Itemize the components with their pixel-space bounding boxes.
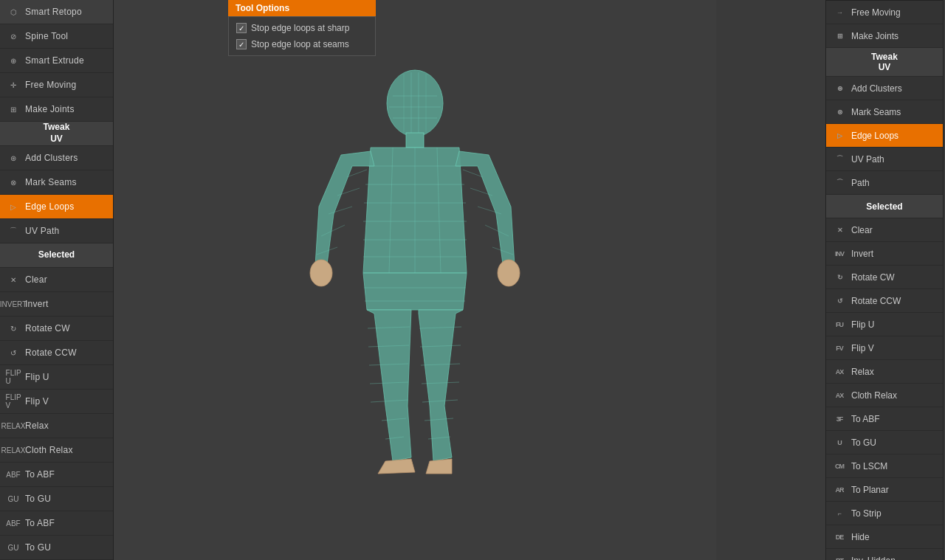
context-menu-item-to-gu[interactable]: U To GU (826, 431, 943, 454)
context-menu-item-make-joints[interactable]: ⊞ Make Joints (826, 24, 943, 48)
context-menu-item-flip-u[interactable]: FU Flip U (826, 313, 943, 336)
sidebar-item-clear[interactable]: ✕ Clear (0, 268, 113, 292)
context-label-rotate-ccw: Rotate CCW (851, 296, 901, 306)
sidebar-label-rotate-cw: Rotate CW (25, 323, 70, 333)
tool-options-bar[interactable]: Tool Options (228, 0, 376, 16)
context-menu-item-mark-seams[interactable]: ⊗ Mark Seams (826, 100, 943, 124)
context-menu-item-to-planar[interactable]: AR To Planar (826, 478, 943, 502)
sidebar-label-spine-tool: Spine Tool (25, 31, 68, 41)
sidebar-label-cloth-relax: Cloth Relax (25, 445, 73, 455)
sidebar-item-free-moving[interactable]: ✛ Free Moving (0, 73, 113, 97)
sidebar-item-edge-loops[interactable]: ▷ Edge Loops (0, 195, 113, 219)
context-menu-item-tweak-uv[interactable]: Tweak UV (826, 48, 943, 77)
sidebar-item-invert[interactable]: INVERT Invert (0, 292, 113, 317)
context-menu-item-selected[interactable]: Selected (826, 195, 943, 218)
sidebar-icon-uv-path: ⌒ (6, 224, 21, 238)
sidebar-icon-cloth-relax: RELAX (6, 443, 21, 457)
context-label-free-moving: Free Moving (851, 7, 901, 18)
checkbox-stop-at-seams[interactable] (236, 39, 247, 49)
context-menu-item-cloth-relax[interactable]: AX Cloth Relax (826, 384, 943, 407)
option-label-stop-at-sharp: Stop edge loops at sharp (251, 23, 349, 33)
sidebar-item-mark-seams[interactable]: ⊗ Mark Seams (0, 170, 113, 195)
context-icon-invert: INV (832, 246, 847, 261)
sidebar: ⬡ Smart Retopo ⊘ Spine Tool ⊕ Smart Extr… (0, 0, 114, 560)
sidebar-item-flip-u[interactable]: FLIP U Flip U (0, 365, 113, 390)
context-icon-relax: AX (832, 364, 847, 379)
context-icon-free-moving: → (832, 5, 847, 20)
context-menu-item-flip-v[interactable]: FV Flip V (826, 336, 943, 360)
sidebar-item-flip-v[interactable]: FLIP V Flip V (0, 390, 113, 414)
sidebar-item-selected[interactable]: Selected (0, 243, 113, 268)
tool-options-dropdown: Tool Options Stop edge loops at sharp St… (228, 0, 376, 56)
sidebar-item-relax[interactable]: RELAX Relax (0, 414, 113, 438)
context-section-label: Tweak UV (871, 52, 898, 72)
sidebar-icon-make-joints: ⊞ (6, 102, 21, 117)
sidebar-icon-smart-retopo: ⬡ (6, 4, 21, 19)
context-icon-to-lscm: CM (832, 459, 847, 474)
sidebar-label-uv-path: UV Path (25, 226, 59, 236)
sidebar-item-to-abf[interactable]: ABF To ABF (0, 463, 113, 487)
sidebar-item-rotate-cw[interactable]: ↻ Rotate CW (0, 317, 113, 341)
tool-option-stop-at-seams[interactable]: Stop edge loop at seams (229, 36, 375, 52)
context-menu-item-to-abf[interactable]: 3F To ABF (826, 407, 943, 431)
viewport-3d: Tool Options Stop edge loops at sharp St… (114, 0, 716, 560)
sidebar-item-add-clusters[interactable]: ⊛ Add Clusters (0, 146, 113, 170)
context-icon-inv-hidden: RT (832, 553, 847, 561)
context-icon-to-strip: ⌐ (832, 506, 847, 521)
tool-option-stop-at-sharp[interactable]: Stop edge loops at sharp (229, 20, 375, 36)
sidebar-section-label: Tweak UV (44, 122, 70, 145)
sidebar-icon-to-abf: ABF (6, 467, 21, 482)
sidebar-label-invert: Invert (25, 299, 48, 309)
context-label-path: Path (851, 178, 870, 188)
context-menu-item-rotate-ccw[interactable]: ↺ Rotate CCW (826, 289, 943, 313)
context-icon-hide: DE (832, 530, 847, 545)
context-menu-item-invert[interactable]: INV Invert (826, 242, 943, 266)
sidebar-label-flip-u: Flip U (25, 372, 49, 382)
checkbox-stop-at-sharp[interactable] (236, 23, 247, 33)
context-icon-clear: ✕ (832, 223, 847, 238)
context-menu-item-to-lscm[interactable]: CM To LSCM (826, 454, 943, 478)
context-menu-item-edge-loops[interactable]: ▷ Edge Loops (826, 124, 943, 148)
context-label-add-clusters: Add Clusters (851, 83, 902, 94)
sidebar-item-uv-path[interactable]: ⌒ UV Path (0, 219, 113, 243)
sidebar-icon-mark-seams: ⊗ (6, 175, 21, 190)
svg-rect-8 (406, 133, 424, 148)
sidebar-section-label: Selected (38, 249, 75, 261)
sidebar-item-rotate-ccw[interactable]: ↺ Rotate CCW (0, 341, 113, 365)
context-label-inv-hidden: Inv. Hidden (851, 556, 896, 561)
context-menu-item-free-moving[interactable]: → Free Moving (826, 1, 943, 24)
context-menu-item-inv-hidden[interactable]: RT Inv. Hidden (826, 549, 943, 560)
sidebar-icon-to-abf2: ABF (6, 516, 21, 530)
sidebar-item-smart-extrude[interactable]: ⊕ Smart Extrude (0, 49, 113, 73)
context-label-cloth-relax: Cloth Relax (851, 390, 897, 401)
context-menu-item-add-clusters[interactable]: ⊛ Add Clusters (826, 77, 943, 100)
sidebar-item-cloth-relax[interactable]: RELAX Cloth Relax (0, 438, 113, 463)
context-icon-rotate-ccw: ↺ (832, 294, 847, 308)
context-menu-item-clear[interactable]: ✕ Clear (826, 218, 943, 242)
context-menu-item-relax[interactable]: AX Relax (826, 360, 943, 384)
context-menu-item-hide[interactable]: DE Hide (826, 525, 943, 549)
context-label-make-joints: Make Joints (851, 31, 898, 41)
context-label-clear: Clear (851, 225, 873, 235)
sidebar-label-smart-extrude: Smart Extrude (25, 55, 84, 66)
context-menu-item-rotate-cw[interactable]: ↻ Rotate CW (826, 266, 943, 289)
context-label-flip-v: Flip V (851, 343, 874, 353)
sidebar-icon-free-moving: ✛ (6, 77, 21, 92)
sidebar-label-to-gu: To GU (25, 494, 51, 504)
sidebar-label-to-abf: To ABF (25, 469, 55, 480)
sidebar-item-to-abf2[interactable]: ABF To ABF (0, 511, 113, 536)
sidebar-item-smart-retopo[interactable]: ⬡ Smart Retopo (0, 0, 113, 24)
sidebar-item-tweak-uv[interactable]: Tweak UV (0, 122, 113, 146)
sidebar-item-make-joints[interactable]: ⊞ Make Joints (0, 97, 113, 122)
sidebar-icon-invert: INVERT (6, 297, 21, 311)
context-icon-to-planar: AR (832, 483, 847, 497)
sidebar-item-to-gu2[interactable]: GU To GU (0, 536, 113, 560)
sidebar-icon-clear: ✕ (6, 272, 21, 287)
sidebar-item-spine-tool[interactable]: ⊘ Spine Tool (0, 24, 113, 49)
context-menu-item-path[interactable]: ⌒ Path (826, 171, 943, 195)
sidebar-icon-to-gu2: GU (6, 540, 21, 555)
sidebar-item-to-gu[interactable]: GU To GU (0, 487, 113, 511)
context-menu-item-uv-path[interactable]: ⌒ UV Path (826, 148, 943, 171)
context-menu-item-to-strip[interactable]: ⌐ To Strip (826, 502, 943, 525)
sidebar-icon-smart-extrude: ⊕ (6, 53, 21, 68)
